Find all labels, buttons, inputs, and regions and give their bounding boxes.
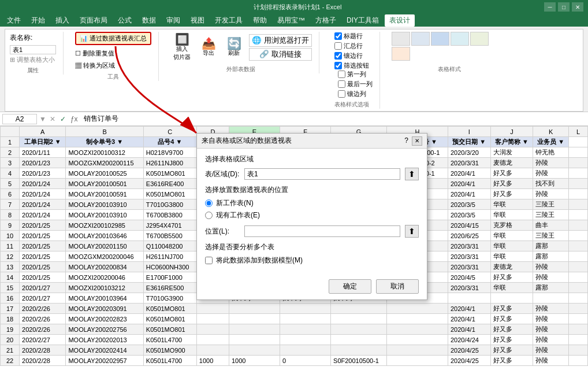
cell-K22[interactable]: 孙陵 — [533, 356, 569, 366]
col-header-A[interactable]: A — [20, 127, 66, 137]
formula-cancel-icon[interactable]: ✕ — [50, 115, 55, 123]
cell-I22[interactable]: 2020/4/25 — [448, 356, 490, 366]
col-header-B[interactable]: B — [66, 127, 143, 137]
menu-file[interactable]: 文件 — [2, 14, 25, 27]
cell-E17[interactable] — [229, 304, 280, 314]
remove-duplicates-btn[interactable]: ☐ 删除重复值 — [75, 49, 114, 58]
cell-K6[interactable]: 孙陵 — [533, 189, 569, 199]
menu-fangezi[interactable]: 方格子 — [311, 14, 341, 27]
cell-D17[interactable] — [196, 304, 229, 314]
cell-B8[interactable]: MOOLAY200103910 — [66, 210, 143, 220]
banded-rows-checkbox[interactable] — [334, 52, 342, 60]
last-col-checkbox[interactable] — [338, 80, 345, 88]
cell-C16[interactable]: T7010G3900 — [143, 293, 196, 304]
filter-btn-option[interactable]: 筛选按钮 — [334, 61, 369, 70]
cell-I20[interactable]: 2020/4/24 — [448, 335, 490, 345]
header-col-I[interactable]: 预交日期 ▼ — [448, 137, 490, 147]
cell-F22[interactable]: 0 — [280, 356, 331, 366]
cell-A14[interactable]: 2020/1/25 — [20, 272, 66, 283]
col-header-J[interactable]: J — [490, 127, 533, 137]
cell-J10[interactable]: 华联 — [490, 231, 533, 241]
cell-A17[interactable]: 2020/2/26 — [20, 304, 66, 314]
title-controls[interactable]: ─ □ ✕ — [544, 2, 583, 12]
cell-G17[interactable] — [331, 304, 387, 314]
cell-A19[interactable]: 2020/2/26 — [20, 324, 66, 335]
cell-K17[interactable]: 孙陵 — [533, 304, 569, 314]
cell-E22[interactable]: 1000 — [229, 356, 280, 366]
cell-A8[interactable]: 2020/1/24 — [20, 210, 66, 220]
cell-C2[interactable]: H0218V9700 — [143, 147, 196, 158]
radio-existing-sheet-input[interactable] — [205, 212, 213, 219]
cell-C14[interactable]: E1700F1000 — [143, 272, 196, 283]
cell-J20[interactable]: 好又多 — [490, 335, 533, 345]
cell-K21[interactable]: 孙陵 — [533, 345, 569, 356]
total-row-option[interactable]: 汇总行 — [334, 42, 363, 50]
formula-function-icon[interactable]: ƒx — [70, 115, 78, 123]
export-btn[interactable]: 📤 导出 — [198, 36, 219, 59]
menu-dev[interactable]: 开发工具 — [210, 14, 247, 27]
first-col-option[interactable]: 第一列 — [338, 70, 366, 79]
convert-range-btn[interactable]: ▦ 转换为区域 — [75, 61, 115, 71]
col-header-K[interactable]: K — [533, 127, 569, 137]
minimize-button[interactable]: ─ — [544, 2, 556, 12]
cell-K19[interactable]: 孙陵 — [533, 324, 569, 335]
style-swatch-3[interactable] — [431, 32, 449, 46]
close-button[interactable]: ✕ — [572, 2, 583, 12]
style-swatch-6[interactable] — [392, 47, 410, 61]
banded-rows-option[interactable]: 镶边行 — [334, 51, 363, 60]
cell-J13[interactable]: 麦德龙 — [490, 262, 533, 272]
cell-C4[interactable]: K0501MO801 — [143, 168, 196, 179]
cell-C18[interactable]: K0501MO801 — [143, 314, 196, 324]
cell-F17[interactable] — [280, 304, 331, 314]
header-col-K[interactable]: 业务员 ▼ — [533, 137, 569, 147]
cell-E19[interactable] — [229, 324, 280, 335]
cell-A13[interactable]: 2020/1/25 — [20, 262, 66, 272]
menu-formula[interactable]: 公式 — [113, 14, 136, 27]
unlink-btn[interactable]: 🔗 取消链接 — [249, 48, 312, 61]
cell-K20[interactable]: 孙陵 — [533, 335, 569, 345]
insert-slicer-btn[interactable]: 🔲 插入切片器 — [170, 32, 193, 63]
radio-new-sheet[interactable]: 新工作表(N) — [205, 198, 419, 208]
cell-I15[interactable]: 2020/3/31 — [448, 283, 490, 293]
cell-I18[interactable]: 2020/4/1 — [448, 314, 490, 324]
style-swatch-5[interactable] — [470, 32, 489, 46]
banded-cols-checkbox[interactable] — [338, 90, 345, 98]
cell-C7[interactable]: T7010G3800 — [143, 199, 196, 210]
cell-I17[interactable]: 2020/4/1 — [448, 304, 490, 314]
cell-H18[interactable] — [386, 314, 448, 324]
menu-home[interactable]: 开始 — [27, 14, 50, 27]
cell-A9[interactable]: 2020/1/25 — [20, 220, 66, 231]
menu-help[interactable]: 帮助 — [248, 14, 271, 27]
pivot-table-btn[interactable]: 📊 通过数据透视表汇总 — [75, 32, 151, 45]
resize-table-btn[interactable]: ⊞ 调整表格大小 — [10, 56, 56, 64]
cell-J2[interactable]: 大润发 — [490, 147, 533, 158]
dialog-position-input[interactable] — [244, 225, 400, 237]
cell-A10[interactable]: 2020/1/25 — [20, 231, 66, 241]
col-header-L[interactable]: L — [568, 127, 587, 137]
cell-K5[interactable]: 找不到 — [533, 179, 569, 189]
cell-B12[interactable]: MOOZGXM200200046 — [66, 251, 143, 262]
dialog-ok-button[interactable]: 确定 — [329, 279, 371, 294]
cell-K7[interactable]: 三陵王 — [533, 199, 569, 210]
col-header-C[interactable]: C — [143, 127, 196, 137]
cell-A7[interactable]: 2020/1/24 — [20, 199, 66, 210]
cell-B4[interactable]: MOOLAY200100525 — [66, 168, 143, 179]
header-col-C[interactable]: 品号4 ▼ — [143, 137, 196, 147]
cell-I5[interactable]: 2020/4/1 — [448, 179, 490, 189]
cell-E21[interactable] — [229, 345, 280, 356]
cell-K8[interactable]: 三陵王 — [533, 210, 569, 220]
maximize-button[interactable]: □ — [558, 2, 570, 12]
cell-E18[interactable] — [229, 314, 280, 324]
cell-K9[interactable]: 曲丰 — [533, 220, 569, 231]
cell-C12[interactable]: H2611NJ700 — [143, 251, 196, 262]
style-swatch-2[interactable] — [411, 32, 430, 46]
cell-J11[interactable]: 华联 — [490, 241, 533, 251]
menu-view[interactable]: 视图 — [186, 14, 209, 27]
cell-H20[interactable] — [386, 335, 448, 345]
total-row-checkbox[interactable] — [334, 42, 342, 50]
cell-J15[interactable]: 华联 — [490, 283, 533, 293]
cell-B13[interactable]: MOOLAY200200834 — [66, 262, 143, 272]
refresh-btn[interactable]: 🔄 刷新 — [224, 36, 244, 59]
cell-I2[interactable]: 2020/3/20 — [448, 147, 490, 158]
cell-I8[interactable]: 2020/3/5 — [448, 210, 490, 220]
